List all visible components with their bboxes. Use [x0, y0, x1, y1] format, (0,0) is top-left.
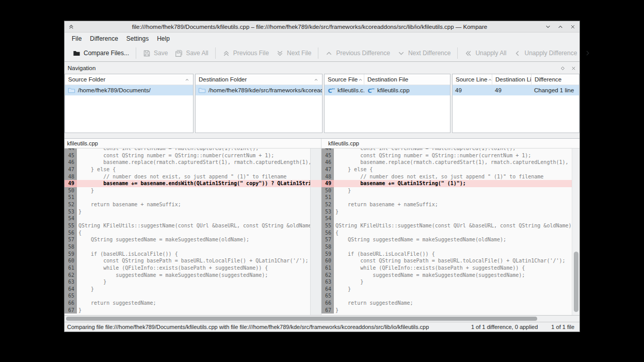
previous-difference-button[interactable]: Previous Difference [321, 47, 394, 60]
code-line-61[interactable]: 61 while (QFileInfo::exists(basePath + s… [321, 265, 572, 272]
code-line-58[interactable] [311, 243, 321, 251]
code-line-51[interactable] [311, 194, 321, 201]
code-line-66[interactable]: 66 return suggestedName; [65, 300, 310, 307]
minimize-button[interactable] [545, 24, 551, 30]
files-column-header-1[interactable]: Destination File [364, 74, 450, 85]
source-code-pane[interactable]: 44 const int currentNum = rmatch.capture… [65, 149, 310, 315]
code-line-54[interactable] [311, 215, 321, 222]
code-line-49[interactable]: 49 basename += QLatin1String(" (1)"); [321, 180, 572, 187]
code-line-63[interactable] [311, 278, 321, 286]
code-line-56[interactable] [311, 229, 321, 237]
code-line-65[interactable]: 65 [321, 292, 572, 300]
close-button[interactable] [570, 24, 576, 30]
previous-file-button[interactable]: Previous File [219, 47, 272, 60]
navigation-close-button[interactable] [571, 65, 576, 71]
destination-folder-row[interactable]: /home/fhek789/kde/src/frameworks/kcoread… [196, 85, 322, 95]
code-line-48[interactable]: 48 // number does not exist, so just app… [65, 173, 310, 180]
unapply-all-button[interactable]: Unapply All [461, 47, 510, 60]
menu-settings[interactable]: Settings [122, 33, 153, 44]
code-line-52[interactable] [311, 201, 321, 208]
code-line-59[interactable]: 59 if (baseURL.isLocalFile()) { [65, 251, 310, 258]
source-folder-row[interactable]: /home/fhek789/Documents/ [65, 85, 193, 95]
code-line-47[interactable]: 47 } else { [321, 166, 572, 173]
code-line-62[interactable]: 62 suggestedName = makeSuggestedName(sug… [321, 272, 572, 279]
code-line-54[interactable]: 54 [321, 215, 572, 222]
code-line-55[interactable]: 55QString KFileUtils::suggestName(const … [65, 222, 310, 229]
code-line-45[interactable] [311, 152, 321, 159]
lines-column-header-1[interactable]: Destination Lir [492, 74, 532, 85]
menu-help[interactable]: Help [153, 33, 174, 44]
code-line-50[interactable]: 50 } [321, 187, 572, 194]
files-column-header-0[interactable]: Source File [325, 74, 364, 85]
code-line-46[interactable]: 46 basename.replace(rmatch.capturedStart… [321, 159, 572, 166]
code-line-52[interactable]: 52 return basename + nameSuffix; [65, 201, 310, 208]
code-line-60[interactable]: 60 const QString basePath = baseURL.toLo… [321, 257, 572, 265]
code-line-61[interactable]: 61 while (QFileInfo::exists(basePath + s… [65, 265, 310, 272]
code-line-58[interactable]: 58 [65, 243, 310, 251]
destination-code-pane[interactable]: 44 const int currentNum = rmatch.capture… [321, 149, 572, 315]
titlebar[interactable]: file:///home/fhek789/Documents/kfileutil… [65, 21, 579, 32]
code-line-54[interactable]: 54 [65, 215, 310, 222]
lines-column-header-0[interactable]: Source Line [453, 74, 492, 85]
code-line-59[interactable]: 59 if (baseURL.isLocalFile()) { [321, 251, 572, 258]
code-line-47[interactable]: 47 } else { [65, 166, 310, 173]
vertical-scrollbar[interactable] [572, 149, 579, 315]
code-line-56[interactable]: 56{ [321, 229, 572, 237]
code-line-52[interactable]: 52 return basename + nameSuffix; [321, 201, 572, 208]
code-line-64[interactable]: 64 } [321, 286, 572, 293]
code-line-60[interactable] [311, 257, 321, 265]
menu-file[interactable]: File [68, 33, 86, 44]
maximize-button[interactable] [557, 24, 564, 30]
code-line-48[interactable] [311, 173, 321, 180]
code-line-48[interactable]: 48 // number does not exist, so just app… [321, 173, 572, 180]
code-line-46[interactable]: 46 basename.replace(rmatch.capturedStart… [65, 159, 310, 166]
vertical-scrollbar-thumb[interactable] [574, 252, 578, 312]
code-line-66[interactable] [311, 300, 321, 307]
code-line-50[interactable]: 50 } [65, 187, 310, 194]
source-folder-column-header-0[interactable]: Source Folder [65, 74, 193, 85]
code-line-49[interactable]: 49 basename += basename.endsWith(QLatin1… [65, 180, 310, 187]
code-line-58[interactable]: 58 [321, 243, 572, 251]
code-line-57[interactable]: 57 QString suggestedName = makeSuggested… [65, 236, 310, 243]
code-line-62[interactable]: 62 suggestedName = makeSuggestedName(sug… [65, 272, 310, 279]
code-line-51[interactable]: 51 [65, 194, 310, 201]
code-line-61[interactable] [311, 265, 321, 272]
save-all-button[interactable]: Save All [171, 47, 212, 60]
code-line-60[interactable]: 60 const QString basePath = baseURL.toLo… [65, 257, 310, 265]
code-line-55[interactable] [311, 222, 321, 229]
code-line-67[interactable]: 67} [65, 307, 310, 314]
code-line-65[interactable] [311, 292, 321, 300]
code-line-65[interactable]: 65 [65, 292, 310, 300]
files-row[interactable]: Ckfileutils.c...Ckfileutils.cpp [325, 85, 450, 95]
code-line-53[interactable]: 53} [65, 208, 310, 216]
horizontal-scrollbar-thumb[interactable] [66, 317, 537, 321]
next-file-button[interactable]: Next File [272, 47, 315, 60]
code-line-67[interactable] [311, 307, 321, 314]
code-line-47[interactable] [311, 166, 321, 173]
code-line-45[interactable]: 45 const QString number = QString::numbe… [65, 152, 310, 159]
code-line-59[interactable] [311, 251, 321, 258]
code-line-44[interactable]: 44 const int currentNum = rmatch.capture… [65, 149, 310, 152]
code-line-49[interactable] [311, 180, 321, 187]
code-line-55[interactable]: 55QString KFileUtils::suggestName(const … [321, 222, 572, 229]
code-line-63[interactable]: 63 } [321, 278, 572, 286]
lines-row[interactable]: 4949Changed 1 line [453, 85, 579, 95]
code-line-45[interactable]: 45 const QString number = QString::numbe… [321, 152, 572, 159]
code-line-67[interactable]: 67} [321, 307, 572, 314]
code-line-44[interactable]: 44 const int currentNum = rmatch.capture… [321, 149, 572, 152]
toolbar-overflow-button[interactable] [581, 47, 595, 59]
compare-files-button[interactable]: Compare Files... [69, 47, 133, 60]
code-line-63[interactable]: 63 } [65, 278, 310, 286]
code-line-66[interactable]: 66 return suggestedName; [321, 300, 572, 307]
code-line-62[interactable] [311, 272, 321, 279]
horizontal-scrollbar[interactable] [65, 316, 579, 322]
next-difference-button[interactable]: Next Difference [394, 47, 454, 60]
code-line-64[interactable]: 64 } [65, 286, 310, 293]
code-line-50[interactable] [311, 187, 321, 194]
code-line-51[interactable]: 51 [321, 194, 572, 201]
code-line-57[interactable]: 57 QString suggestedName = makeSuggested… [321, 236, 572, 243]
code-line-53[interactable]: 53} [321, 208, 572, 216]
code-line-53[interactable] [311, 208, 321, 216]
code-line-44[interactable] [311, 149, 321, 152]
code-line-46[interactable] [311, 159, 321, 166]
